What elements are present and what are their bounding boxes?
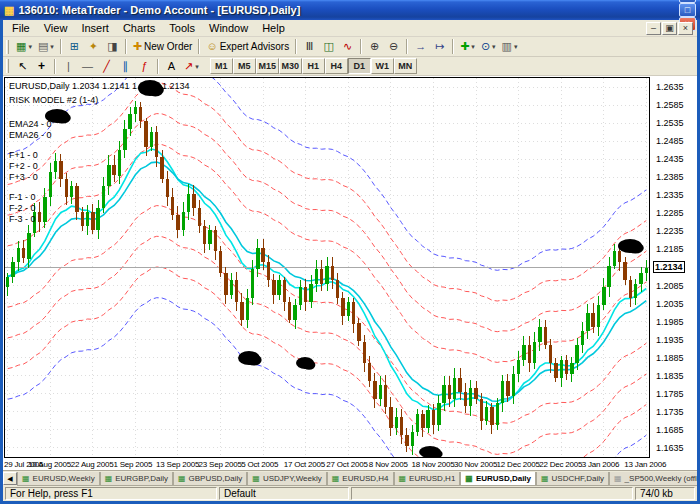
menu-file[interactable]: File	[5, 21, 37, 35]
candle-body	[421, 414, 424, 428]
candle-body	[400, 417, 403, 435]
menu-view[interactable]: View	[37, 21, 75, 35]
toolbar-grip[interactable]	[6, 59, 9, 73]
status-connection: 74/0 kb	[635, 487, 695, 500]
chart-tab--sp500-weekly-offline-[interactable]: ▦_SP500,Weekly (offline)	[609, 472, 697, 486]
crosshair-button[interactable]: +	[32, 58, 51, 75]
chart-tab-icon: ▦	[614, 474, 622, 483]
new-order-button[interactable]: ✚New Order	[130, 38, 196, 55]
candle-body	[469, 388, 472, 406]
candle-body	[272, 280, 275, 294]
text-label-button[interactable]: A	[162, 58, 181, 75]
candle-body	[22, 248, 25, 259]
market-watch-button[interactable]: ⊞	[65, 38, 84, 55]
candle-body	[299, 287, 302, 305]
candle-body	[517, 360, 520, 374]
menu-help[interactable]: Help	[255, 21, 292, 35]
timeframe-m30[interactable]: M30	[279, 58, 302, 74]
candle-body	[112, 165, 115, 176]
terminal-icon: ◨	[107, 41, 117, 52]
candle-body	[198, 208, 201, 226]
channel-icon: ∥	[123, 61, 129, 72]
status-spacer	[351, 487, 633, 500]
candle-body	[522, 345, 525, 359]
arrows-button[interactable]: ↗▾	[181, 58, 202, 75]
indicators-icon: ✚	[460, 41, 469, 52]
terminal-button[interactable]: ◨	[103, 38, 122, 55]
date-tick-label: 10 Aug 2005	[28, 460, 71, 469]
menu-insert[interactable]: Insert	[74, 21, 116, 35]
candle-body	[6, 277, 9, 288]
cursor-button[interactable]: ↖	[13, 58, 32, 75]
profiles-button[interactable]: ▤▾	[35, 38, 57, 55]
candle-body	[352, 302, 355, 324]
auto-scroll-button[interactable]: →	[411, 38, 430, 55]
candle-body	[474, 388, 477, 399]
title-bar[interactable]: ▦ 136010: MetaTrader - Demo Account - [E…	[0, 0, 700, 20]
ink-blob-annotation	[246, 354, 261, 365]
timeframe-h1[interactable]: H1	[302, 58, 325, 74]
candlestick-chart-button[interactable]: ◫	[319, 38, 338, 55]
candle-body	[160, 157, 163, 179]
timeframe-h4[interactable]: H4	[325, 58, 348, 74]
horizontal-line-button[interactable]: —	[78, 58, 97, 75]
chart-tab-icon: ▦	[541, 474, 549, 483]
chart-tab-eurusd-h1[interactable]: ▦EURUSD,H1	[394, 472, 461, 486]
child-close-button[interactable]: ×	[678, 22, 693, 35]
timeframe-w1[interactable]: W1	[371, 58, 394, 74]
expert-advisors-button[interactable]: ☺Expert Advisors	[203, 38, 292, 55]
maximize-button[interactable]: □	[679, 3, 696, 17]
timeframe-m5[interactable]: M5	[233, 58, 256, 74]
chart-shift-button[interactable]: ↦	[430, 38, 449, 55]
menu-window[interactable]: Window	[202, 21, 255, 35]
zoom-in-button[interactable]: ⊕	[365, 38, 384, 55]
candle-body	[496, 403, 499, 425]
trendline-button[interactable]: ╱	[97, 58, 116, 75]
timeframe-m1[interactable]: M1	[210, 58, 233, 74]
price-tick-label: 1.2635	[656, 82, 684, 92]
candle-body	[49, 172, 52, 197]
chart-tab-icon: ▦	[252, 474, 260, 483]
candle-body	[357, 323, 360, 341]
timeframe-m15[interactable]: M15	[256, 58, 279, 74]
chart-tab-eurusd-weekly[interactable]: ▦EURUSD,Weekly	[17, 472, 100, 486]
navigator-button[interactable]: ✦	[84, 38, 103, 55]
current-price-tag: 1.2134	[653, 261, 685, 273]
menu-charts[interactable]: Charts	[116, 21, 162, 35]
zoom-out-button[interactable]: ⊖	[384, 38, 403, 55]
menu-tools[interactable]: Tools	[162, 21, 202, 35]
app-icon: ▦	[4, 4, 14, 17]
chart-tab-eurusd-daily[interactable]: ▦EURUSD,Daily	[460, 472, 536, 486]
line-chart-button[interactable]: ∿	[338, 38, 357, 55]
price-tick-label: 1.1835	[656, 371, 684, 381]
chart-tab-usdchf-daily[interactable]: ▦USDCHF,Daily	[536, 472, 609, 486]
bar-chart-button[interactable]: Ⅲ	[300, 38, 319, 55]
candlestick-chart-icon: ◫	[323, 41, 333, 52]
indicators-button[interactable]: ✚▾	[457, 38, 478, 55]
chart-tab-eurgbp-daily[interactable]: ▦EURGBP,Daily	[100, 472, 173, 486]
child-minimize-button[interactable]: –	[646, 22, 661, 35]
chart-tab-usdjpy-weekly[interactable]: ▦USDJPY,Weekly	[247, 472, 326, 486]
candle-body	[11, 262, 14, 276]
timeframe-d1[interactable]: D1	[348, 58, 371, 74]
channel-button[interactable]: ∥	[116, 58, 135, 75]
chart-tab-icon: ▦	[465, 474, 473, 483]
periods-button[interactable]: ⊙▾	[478, 38, 499, 55]
candle-body	[618, 251, 621, 262]
candle-body	[453, 378, 456, 400]
templates-button[interactable]: ▥▾	[499, 38, 521, 55]
new-chart-button[interactable]: ▦▾	[13, 38, 35, 55]
ink-blob-annotation	[54, 112, 71, 123]
chart-tab-eurusd-h4[interactable]: ▦EURUSD,H4	[327, 472, 394, 486]
chart-tab-gbpusd-daily[interactable]: ▦GBPUSD,Daily	[173, 472, 247, 486]
chart-plot-area[interactable]: EURUSD,Daily 1.2034 1.2141 1.2028 1.2134…	[4, 77, 650, 458]
child-restore-button[interactable]: ▣	[662, 22, 677, 35]
candle-body	[538, 327, 541, 341]
status-profile[interactable]: Default	[219, 487, 349, 500]
tab-scroll-left-button[interactable]: ◀	[3, 472, 17, 485]
toolbar-grip[interactable]	[6, 40, 9, 54]
fibonacci-button[interactable]: ƒ	[135, 58, 154, 75]
candle-body	[368, 363, 371, 381]
timeframe-mn[interactable]: MN	[394, 58, 417, 74]
vertical-line-button[interactable]: |	[59, 58, 78, 75]
